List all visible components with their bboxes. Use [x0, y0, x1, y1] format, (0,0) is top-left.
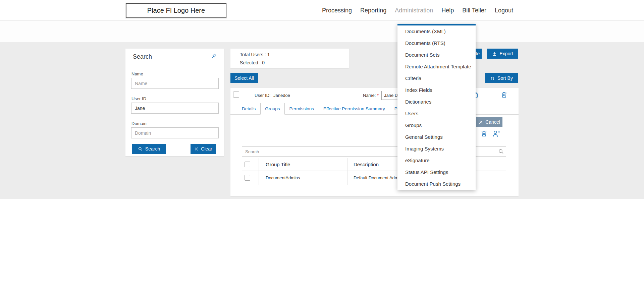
export-button-label: Export — [499, 51, 513, 56]
menu-item-document-sets[interactable]: Document Sets — [397, 49, 476, 61]
cancel-button-label: Cancel — [485, 119, 500, 125]
clear-button-label: Clear — [201, 146, 212, 152]
name-field-label: Name — [131, 71, 143, 76]
nav-administration[interactable]: Administration — [395, 7, 433, 14]
sort-by-button-label: Sort By — [497, 75, 513, 81]
name-label-text: Name: — [363, 93, 376, 98]
select-all-groups-checkbox[interactable] — [245, 162, 250, 167]
top-navigation: Processing Reporting Administration Help… — [322, 0, 513, 21]
add-group-member-icon[interactable] — [492, 129, 500, 138]
search-button-label: Search — [145, 146, 160, 152]
delete-user-icon[interactable] — [500, 91, 508, 99]
user-row-checkbox[interactable] — [233, 92, 239, 98]
user-name-label: Name: * — [363, 93, 379, 98]
pin-icon[interactable] — [210, 53, 217, 60]
sort-arrows-icon — [490, 76, 495, 81]
menu-item-esignature[interactable]: eSignature — [397, 155, 476, 166]
search-button[interactable]: Search — [132, 144, 166, 154]
header-checkbox-cell — [242, 158, 259, 171]
menu-item-status-api-settings[interactable]: Status API Settings — [397, 166, 476, 178]
user-id-field-label: User ID — [131, 96, 146, 101]
total-users-text: Total Users : 1 — [240, 52, 270, 57]
search-panel: Search Name User ID Domain Se — [125, 49, 224, 156]
nav-user-bill-teller[interactable]: Bill Teller — [462, 7, 486, 14]
sort-by-button[interactable]: Sort By — [485, 73, 518, 83]
tab-groups[interactable]: Groups — [260, 103, 284, 115]
group-search-magnifier-icon — [498, 148, 504, 155]
menu-item-users[interactable]: Users — [397, 108, 476, 119]
group-title-cell: DocumentAdmins — [259, 171, 347, 185]
page-header: User Maintenance i ctive Sign — [0, 21, 644, 42]
magnifier-icon — [138, 146, 143, 152]
menu-item-index-fields[interactable]: Index Fields — [397, 84, 476, 96]
tab-effective-permission-summary[interactable]: Effective Permission Summary — [319, 103, 390, 115]
domain-field-label: Domain — [131, 121, 147, 126]
required-asterisk: * — [377, 93, 379, 98]
select-all-button[interactable]: Select All — [230, 73, 258, 83]
menu-item-documents-rts[interactable]: Documents (RTS) — [397, 37, 476, 49]
fi-logo-text: Place FI Logo Here — [147, 7, 205, 14]
selected-count-text: Selected : 0 — [240, 60, 265, 65]
top-bar: Place FI Logo Here Processing Reporting … — [0, 0, 644, 21]
delete-group-icon[interactable] — [480, 130, 488, 137]
group-row-checkbox[interactable] — [245, 175, 250, 181]
menu-item-remote-attachment-template[interactable]: Remote Attachment Template — [397, 61, 476, 72]
domain-input[interactable] — [131, 127, 219, 138]
administration-dropdown-menu: Documents (XML) Documents (RTS) Document… — [397, 24, 476, 190]
fi-logo-placeholder: Place FI Logo Here — [126, 3, 226, 18]
tab-details[interactable]: Details — [237, 103, 260, 115]
nav-logout[interactable]: Logout — [495, 7, 513, 14]
user-id-label: User ID: — [255, 93, 271, 98]
clear-button[interactable]: Clear — [191, 144, 216, 154]
menu-item-documents-xml[interactable]: Documents (XML) — [397, 25, 476, 37]
cancel-button[interactable]: Cancel — [476, 117, 502, 127]
column-group-title: Group Title — [259, 158, 347, 171]
nav-processing[interactable]: Processing — [322, 7, 352, 14]
name-input[interactable] — [131, 78, 219, 89]
search-panel-title: Search — [133, 53, 152, 60]
tab-permissions[interactable]: Permissions — [285, 103, 319, 115]
nav-reporting[interactable]: Reporting — [360, 7, 386, 14]
user-id-input[interactable] — [131, 103, 219, 114]
menu-item-document-push-settings[interactable]: Document Push Settings — [397, 178, 476, 190]
export-button[interactable]: Export — [487, 49, 518, 59]
menu-item-criteria[interactable]: Criteria — [397, 72, 476, 84]
menu-item-imaging-systems[interactable]: Imaging Systems — [397, 143, 476, 155]
menu-item-groups[interactable]: Groups — [397, 119, 476, 131]
menu-item-dictionaries[interactable]: Dictionaries — [397, 96, 476, 108]
summary-card: Total Users : 1 Selected : 0 — [230, 49, 349, 68]
x-icon — [479, 120, 483, 124]
screen: Place FI Logo Here Processing Reporting … — [0, 0, 644, 302]
download-icon — [492, 51, 497, 56]
row-checkbox-cell — [242, 171, 259, 185]
x-icon — [194, 147, 199, 151]
nav-help[interactable]: Help — [441, 7, 454, 14]
menu-item-general-settings[interactable]: General Settings — [397, 131, 476, 143]
user-id-value: Janedoe — [273, 93, 290, 98]
